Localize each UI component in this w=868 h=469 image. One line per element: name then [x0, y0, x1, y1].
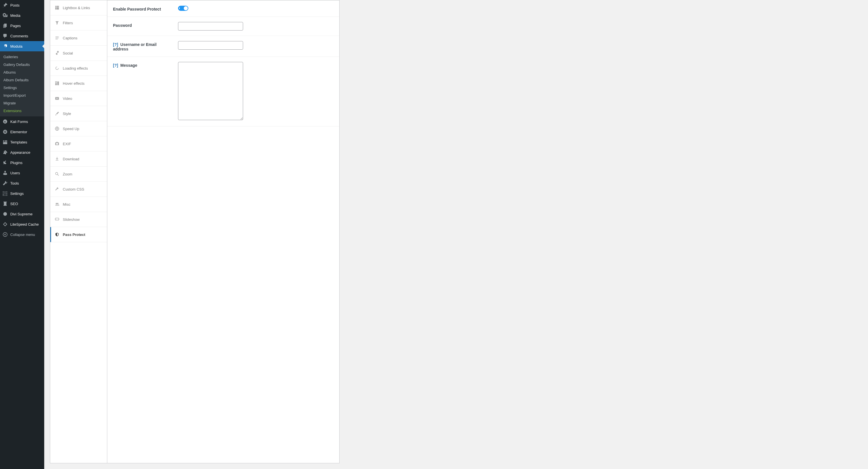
menu-label: Media — [10, 13, 20, 18]
menu-seo[interactable]: SEO — [0, 198, 44, 209]
menu-divi-supreme[interactable]: Divi Supreme — [0, 209, 44, 219]
menu-comments[interactable]: Comments — [0, 31, 44, 41]
svg-rect-14 — [55, 219, 55, 220]
submenu-migrate[interactable]: Migrate — [0, 99, 44, 107]
submenu-galleries[interactable]: Galleries — [0, 53, 44, 61]
tab-hover-effects[interactable]: Hover effects — [50, 76, 107, 91]
tab-label: Loading effects — [63, 66, 88, 70]
menu-label: Pages — [10, 24, 21, 28]
tab-zoom[interactable]: Zoom — [50, 166, 107, 182]
menu-label: Settings — [10, 191, 24, 196]
submenu-albums[interactable]: Albums — [0, 68, 44, 76]
tab-slideshow[interactable]: Slideshow — [50, 212, 107, 227]
collapse-icon — [2, 232, 8, 237]
menu-label: Tools — [10, 181, 19, 185]
tab-speed-up[interactable]: Speed Up — [50, 121, 107, 136]
help-username[interactable]: [?] — [113, 42, 118, 47]
submenu-import-export[interactable]: Import/Export — [0, 92, 44, 99]
menu-label: Comments — [10, 34, 28, 38]
tab-label: Lightbox & Links — [63, 6, 90, 10]
tab-label: Zoom — [63, 172, 72, 176]
pin-icon — [2, 2, 8, 8]
menu-modula[interactable]: Modula — [0, 41, 44, 51]
menu-appearance[interactable]: Appearance — [0, 147, 44, 157]
toggle-enable-password-protect[interactable] — [178, 6, 188, 11]
menu-label: Kali Forms — [10, 120, 28, 124]
menu-label: Elementor — [10, 130, 27, 134]
svg-rect-4 — [5, 131, 6, 131]
tab-captions[interactable]: Captions — [50, 31, 107, 45]
submenu-extensions[interactable]: Extensions — [0, 107, 44, 115]
menu-label: Modula — [10, 44, 23, 49]
lines-icon — [54, 35, 60, 41]
tab-label: Filters — [63, 21, 73, 25]
row-enable-password-protect: Enable Password Protect — [107, 0, 339, 17]
menu-label: Posts — [10, 3, 20, 7]
tab-label: Style — [63, 112, 71, 116]
content-panel: Enable Password Protect Password [?] Use… — [107, 0, 340, 463]
menu-tools[interactable]: Tools — [0, 178, 44, 188]
tab-download[interactable]: Download — [50, 152, 107, 166]
username-input[interactable] — [178, 41, 243, 50]
menu-label: Templates — [10, 140, 27, 144]
help-message[interactable]: [?] — [113, 63, 118, 68]
menu-media[interactable]: Media — [0, 10, 44, 21]
menu-users[interactable]: Users — [0, 168, 44, 178]
row-username: [?] Username or Email address — [107, 36, 339, 57]
tab-filters[interactable]: Filters — [50, 15, 107, 31]
menu-plugins[interactable]: Plugins — [0, 157, 44, 168]
grid-icon — [54, 5, 60, 10]
brush-icon — [2, 150, 8, 155]
download-icon — [54, 156, 60, 162]
tab-label: Video — [63, 96, 72, 101]
message-textarea[interactable] — [178, 62, 243, 120]
tab-custom-css[interactable]: Custom CSS — [50, 182, 107, 197]
tab-misc[interactable]: Misc — [50, 197, 107, 212]
menu-litespeed[interactable]: LiteSpeed Cache — [0, 219, 44, 229]
tab-label: Captions — [63, 36, 77, 40]
menu-templates[interactable]: Templates — [0, 137, 44, 147]
svg-rect-15 — [59, 219, 59, 220]
menu-label: Divi Supreme — [10, 212, 33, 216]
tab-video[interactable]: Video — [50, 91, 107, 106]
link-icon — [54, 50, 60, 56]
password-input[interactable] — [178, 22, 243, 31]
tab-social[interactable]: Social — [50, 45, 107, 61]
menu-label: LiteSpeed Cache — [10, 222, 39, 226]
menu-kali-forms[interactable]: K Kali Forms — [0, 116, 44, 127]
comment-icon — [2, 33, 8, 39]
tab-pass-protect[interactable]: Pass Protect — [50, 227, 107, 242]
menu-elementor[interactable]: Elementor — [0, 127, 44, 137]
svg-point-11 — [56, 203, 57, 204]
submenu-gallery-defaults[interactable]: Gallery Defaults — [0, 61, 44, 68]
modula-submenu: Galleries Gallery Defaults Albums Album … — [0, 51, 44, 116]
svg-text:K: K — [4, 120, 6, 123]
globe-icon — [54, 126, 60, 131]
litespeed-icon — [2, 221, 8, 227]
tab-label: Slideshow — [63, 217, 80, 222]
tab-loading-effects[interactable]: Loading effects — [50, 61, 107, 76]
elementor-icon — [2, 129, 8, 135]
divi-icon — [2, 211, 8, 217]
svg-point-10 — [55, 172, 58, 175]
settings-tabs: Lightbox & Links Filters Captions Social… — [50, 0, 107, 463]
wp-admin-sidebar: Posts Media Pages Comments Modula Galler… — [0, 0, 44, 469]
tab-exif[interactable]: EXIF — [50, 136, 107, 152]
menu-label: Appearance — [10, 150, 30, 155]
templates-icon — [2, 139, 8, 145]
tab-style[interactable]: Style — [50, 106, 107, 121]
tab-lightbox-links[interactable]: Lightbox & Links — [50, 0, 107, 15]
kali-icon: K — [2, 119, 8, 124]
tab-label: Pass Protect — [63, 232, 85, 237]
menu-posts[interactable]: Posts — [0, 0, 44, 10]
submenu-album-defaults[interactable]: Album Defaults — [0, 76, 44, 84]
page-icon — [2, 23, 8, 29]
submenu-settings[interactable]: Settings — [0, 84, 44, 92]
svg-point-12 — [57, 203, 59, 204]
masonry-icon — [54, 81, 60, 86]
tab-label: Social — [63, 51, 73, 55]
menu-settings[interactable]: Settings — [0, 188, 44, 198]
menu-pages[interactable]: Pages — [0, 21, 44, 31]
collapse-menu[interactable]: Collapse menu — [0, 229, 44, 240]
label-message: Message — [120, 63, 137, 68]
